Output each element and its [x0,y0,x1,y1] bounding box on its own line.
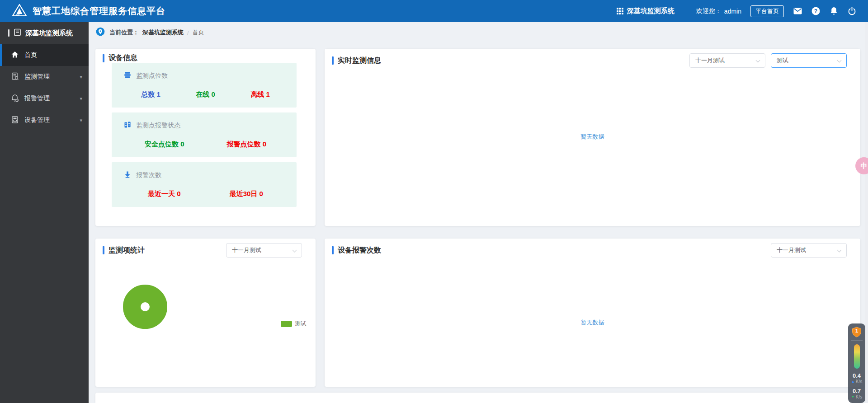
alarm-bell-icon [11,94,19,103]
svg-text:?: ? [814,8,817,14]
stat-alarm-points: 报警点位数 0 [226,140,266,149]
stat-panel-alarm-count: 报警次数 最近一天 0 最近30日 0 [112,162,297,207]
legend-label: 测试 [295,320,306,328]
app-title: 智慧工地综合管理服务信息平台 [33,5,165,17]
alarm-empty-text: 暂无数据 [325,319,860,327]
select-value: 十一月测试 [232,246,261,254]
breadcrumb-separator: / [187,29,189,36]
language-badge-text: 中 [861,162,868,170]
device-info-card: 设备信息 监测点位数 总数 1 在线 0 [95,49,316,226]
sidebar-system-title-text: 深基坑监测系统 [25,29,73,37]
top-header-right: 深基坑监测系统 欢迎您： admin 平台首页 ? [617,5,868,17]
top-header: 智慧工地综合管理服务信息平台 深基坑监测系统 欢迎您： admin 平台首页 [0,0,868,22]
select-value: 测试 [777,56,788,65]
donut-chart[interactable] [123,285,167,329]
document-monitor-icon [11,72,19,82]
book-icon [14,28,21,37]
columns-icon [123,121,132,130]
sidebar-item-alarm-mgmt[interactable]: 报警管理 ▾ [0,88,89,109]
chart-legend-item[interactable]: 测试 [281,320,306,328]
layers-icon [123,71,132,80]
sidebar-item-monitor-mgmt[interactable]: 监测管理 ▾ [0,66,89,88]
chevron-down-icon [292,248,297,253]
breadcrumb: 当前位置： 深基坑监测系统 / 首页 [89,22,868,43]
sidebar-item-device-mgmt[interactable]: 设备管理 ▾ [0,109,89,131]
sidebar: 深基坑监测系统 首页 监测管理 ▾ [0,22,89,403]
stat-last-day: 最近一天 0 [148,190,181,198]
card-title-device-alarm: 设备报警次数 [338,246,381,255]
system-switcher-label: 深基坑监测系统 [627,7,675,15]
sidebar-item-label: 设备管理 [24,116,50,124]
sidebar-item-label: 监测管理 [24,73,50,81]
sidebar-system-title: 深基坑监测系统 [0,22,89,44]
select-value: 十一月测试 [695,56,725,65]
shield-badge-count: 1 [852,328,862,333]
download-arrow-icon: ▼ [851,394,855,399]
select-value: 十一月测试 [777,246,806,254]
download-speed-value: 0.7 [853,388,861,394]
chevron-down-icon [837,58,842,63]
caret-down-icon: ▾ [80,74,82,80]
platform-home-button[interactable]: 平台首页 [750,5,784,17]
breadcrumb-current: 首页 [193,28,204,37]
card-title-realtime: 实时监测信息 [338,56,381,66]
stat-offline: 离线 1 [250,90,270,99]
title-bar-mark [8,29,9,37]
stat-last-30-days: 最近30日 0 [230,190,263,198]
status-gradient-capsule [854,344,860,369]
page-scrollbar[interactable] [865,22,868,403]
next-card-top-edge [95,393,860,403]
caret-down-icon: ▾ [80,96,82,102]
realtime-empty-text: 暂无数据 [325,133,860,141]
card-title-device-info: 设备信息 [108,53,137,63]
breadcrumb-root: 深基坑监测系统 [142,28,184,37]
bell-icon[interactable] [829,7,838,16]
device-server-icon [11,116,19,125]
chevron-down-icon [756,58,760,63]
stat-online: 在线 0 [196,90,215,99]
alarm-month-select[interactable]: 十一月测试 [771,243,847,258]
legend-swatch [281,321,292,327]
location-pin-icon [96,27,105,38]
panel-title-text: 报警次数 [136,171,161,179]
sidebar-item-label: 首页 [24,51,37,59]
upload-speed-value: 0.4 [853,373,861,379]
caret-down-icon: ▾ [80,117,82,123]
title-accent-bar [332,246,334,254]
net-speed-monitor-widget[interactable]: 1 0.4 ▲ K/s 0.7 ▼ K/s [848,323,865,403]
download-speed-unit: K/s [856,394,862,399]
monitor-stats-card: 监测项统计 十一月测试 测试 [95,239,316,387]
monitor-month-select[interactable]: 十一月测试 [226,243,302,258]
panel-title-text: 监测点位数 [136,72,168,80]
realtime-month-select[interactable]: 十一月测试 [689,53,765,68]
username: admin [724,8,741,15]
sidebar-item-home[interactable]: 首页 [0,44,89,66]
help-icon[interactable]: ? [811,7,820,16]
home-icon [11,51,19,60]
panel-title-text: 监测点报警状态 [136,122,180,130]
stat-panel-points: 监测点位数 总数 1 在线 0 离线 1 [112,63,297,108]
title-accent-bar [332,56,334,65]
upload-arrow-icon: ▲ [851,379,855,384]
apps-grid-icon [617,8,623,14]
brand: 智慧工地综合管理服务信息平台 [0,4,165,19]
power-icon[interactable] [847,7,856,16]
divider [851,340,863,341]
device-alarm-card: 设备报警次数 十一月测试 暂无数据 [325,239,860,387]
download-arrow-icon [123,170,132,180]
sidebar-item-label: 报警管理 [24,94,50,103]
welcome-area: 欢迎您： admin [696,7,741,15]
breadcrumb-prefix: 当前位置： [109,28,139,37]
logo-triangle-icon [12,4,27,19]
welcome-label: 欢迎您： [696,7,722,15]
security-shield-icon: 1 [852,327,862,337]
upload-speed-unit: K/s [856,379,862,384]
card-title-monitor-stats: 监测项统计 [108,246,145,255]
system-switcher[interactable]: 深基坑监测系统 [617,7,675,15]
realtime-monitor-card: 实时监测信息 十一月测试 测试 暂无数据 [325,49,860,226]
mail-icon[interactable] [793,7,802,16]
realtime-point-select[interactable]: 测试 [771,53,847,68]
stat-safe-points: 安全点位数 0 [145,140,184,149]
stat-total: 总数 1 [141,90,160,99]
stat-panel-alarm-status: 监测点报警状态 安全点位数 0 报警点位数 0 [112,112,297,157]
